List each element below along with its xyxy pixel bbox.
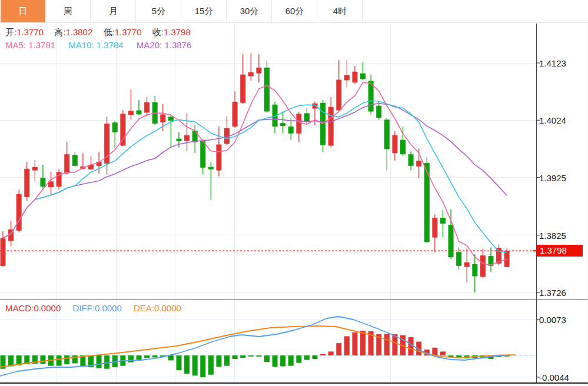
price-axis-label: 1.3726 bbox=[539, 288, 566, 298]
kline-chart[interactable] bbox=[0, 0, 588, 386]
open-value: 1.3770 bbox=[16, 27, 44, 37]
macd-axis-label-bottom: -0.0044 bbox=[539, 372, 569, 382]
current-price-tag: 1.3798 bbox=[537, 245, 583, 257]
low-value: 1.3770 bbox=[115, 27, 142, 37]
macd-readout: MACD:0.0000 DIFF:0.0000 DEA:0.0000 bbox=[5, 303, 191, 313]
price-axis-label: 1.4123 bbox=[539, 58, 566, 68]
high-label: 高: bbox=[54, 27, 65, 37]
price-axis-label: 1.3925 bbox=[539, 173, 566, 183]
tab-month[interactable]: 月 bbox=[91, 0, 136, 22]
ohlc-readout: 开:1.3770 高:1.3802 低:1.3770 收:1.3798 bbox=[5, 27, 199, 38]
tab-30min[interactable]: 30分 bbox=[227, 0, 272, 22]
ma10-readout: MA10: 1.3784 bbox=[68, 40, 123, 50]
tab-5min[interactable]: 5分 bbox=[136, 0, 181, 22]
high-value: 1.3802 bbox=[65, 27, 92, 37]
close-value: 1.3798 bbox=[164, 27, 191, 37]
diff-value: DIFF:0.0000 bbox=[72, 303, 121, 313]
tab-day[interactable]: 日 bbox=[0, 0, 45, 22]
macd-axis-label-top: 0.0073 bbox=[539, 315, 566, 325]
candles bbox=[1, 53, 510, 292]
ma20-readout: MA20: 1.3876 bbox=[137, 40, 191, 50]
price-axis-label: 1.4024 bbox=[539, 115, 566, 125]
kline-app: 日 周 月 5分 15分 30分 60分 4时 开:1.3770 高:1.380… bbox=[0, 0, 588, 386]
period-tabbar: 日 周 月 5分 15分 30分 60分 4时 bbox=[0, 0, 588, 23]
macd-histogram bbox=[1, 331, 510, 377]
tab-60min[interactable]: 60分 bbox=[272, 0, 317, 22]
price-axis-label: 1.3825 bbox=[539, 231, 566, 241]
low-label: 低: bbox=[103, 27, 114, 37]
tab-4hour[interactable]: 4时 bbox=[317, 0, 363, 22]
open-label: 开: bbox=[5, 27, 16, 37]
macd-value: MACD:0.0000 bbox=[5, 303, 61, 313]
tab-week[interactable]: 周 bbox=[45, 0, 91, 22]
tab-15min[interactable]: 15分 bbox=[181, 0, 227, 22]
ma5-readout: MA5: 1.3781 bbox=[5, 40, 55, 50]
ma-readout: MA5: 1.3781 MA10: 1.3784 MA20: 1.3876 bbox=[5, 40, 202, 50]
close-label: 收: bbox=[152, 27, 164, 37]
dea-value: DEA:0.0000 bbox=[134, 303, 181, 313]
